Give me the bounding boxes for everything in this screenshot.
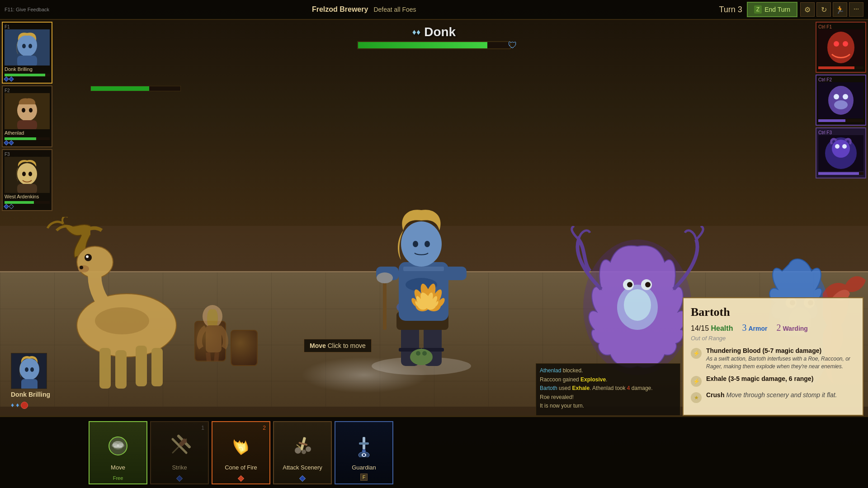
enemy-bartoth-health	[818, 172, 863, 175]
mana-dot-w2	[9, 204, 14, 209]
svg-point-31	[425, 241, 430, 247]
ability-thundering-blood: ⚡ Thundering Blood (5-7 magic damage) As…	[691, 347, 855, 371]
settings-icon-btn[interactable]: ⚙	[800, 2, 815, 17]
action-strike[interactable]: 1 Strike	[150, 421, 209, 484]
crush-icon: ★	[691, 392, 702, 403]
action-attack-scenery[interactable]: Attack Scenery	[273, 421, 332, 484]
log-entry-5: It is now your turn.	[540, 403, 676, 410]
npc-character	[194, 298, 231, 361]
svg-point-68	[834, 94, 839, 99]
exhale-icon: ⚡	[691, 376, 702, 387]
portrait-west-health	[5, 201, 50, 204]
more-icon-btn[interactable]: ···	[849, 2, 863, 17]
enemy-2-health	[818, 119, 863, 122]
refresh-icon-btn[interactable]: ↻	[816, 2, 831, 17]
move-tooltip: Move Click to move	[304, 339, 372, 352]
log-entry-2: Raccoon gained Explosive.	[540, 376, 676, 384]
attack-scenery-icon	[291, 435, 314, 461]
portrait-athenlad-art	[5, 93, 50, 129]
log-entry-4: Roe revealed!	[540, 394, 676, 401]
svg-point-77	[19, 358, 39, 380]
svg-point-50	[28, 44, 32, 48]
bottom-diamond-2: ♦	[16, 402, 19, 409]
svg-rect-33	[444, 267, 467, 280]
attack-scenery-label: Attack Scenery	[283, 464, 322, 471]
portrait-enemy-2[interactable]: Ctrl F2	[816, 75, 866, 126]
portrait-west[interactable]: F3 West Ardenkins	[2, 149, 52, 211]
svg-rect-9	[151, 348, 163, 386]
bottom-diamond-1: ♦	[11, 402, 14, 409]
svg-point-60	[28, 172, 32, 176]
move-cost: Free	[113, 475, 123, 481]
action-guardian[interactable]: Guardian F	[335, 421, 393, 484]
secondary-health-bar	[90, 86, 181, 91]
active-char-name: Donk	[424, 25, 456, 39]
info-panel: Bartoth 14/15 Health 3 Armor 2 Warding O…	[683, 297, 863, 416]
svg-point-35	[377, 272, 393, 283]
attack-scenery-cost	[300, 476, 305, 481]
svg-point-85	[113, 445, 123, 450]
move-tooltip-label: Move	[310, 342, 326, 349]
barrel-right	[231, 330, 258, 366]
enemy-2-key: Ctrl F2	[818, 77, 863, 82]
svg-rect-34	[383, 276, 387, 330]
svg-point-10	[95, 307, 149, 334]
strike-cost-diamond	[176, 475, 183, 481]
svg-point-49	[22, 44, 26, 48]
mana-dot-a2	[9, 140, 14, 145]
guardian-cost: F	[360, 474, 368, 481]
svg-point-4	[80, 266, 83, 269]
end-turn-label: End Turn	[764, 6, 790, 13]
shield-icon: 🛡	[508, 40, 517, 51]
thundering-blood-icon: ⚡	[691, 348, 702, 359]
svg-point-38	[422, 351, 427, 356]
end-turn-key: Z	[754, 5, 762, 14]
main-character-donk	[358, 185, 485, 375]
diamond-left-icon: ♦♦	[412, 28, 420, 37]
cone-cost-diamond	[238, 475, 244, 481]
portrait-west-mana	[5, 205, 50, 208]
crush-name: Crush Move through scenery and stomp it …	[706, 391, 855, 399]
portrait-enemy-bartoth[interactable]: Ctrl F3	[816, 127, 866, 178]
svg-point-78	[25, 367, 28, 372]
red-circle-indicator	[21, 402, 28, 409]
info-panel-title: Bartoth	[691, 305, 855, 319]
action-move[interactable]: Move Free	[89, 421, 147, 484]
portrait-enemy-1[interactable]: Ctrl F1	[816, 22, 866, 73]
portrait-donk-health	[5, 74, 50, 76]
svg-rect-27	[403, 267, 444, 271]
log-entry-1: Athenlad blocked.	[540, 367, 676, 375]
combat-log: Athenlad blocked. Raccoon gained Explosi…	[536, 363, 680, 416]
strike-number: 1	[201, 425, 204, 431]
end-turn-button[interactable]: Z End Turn	[747, 2, 797, 17]
ability-crush-text: Crush Move through scenery and stomp it …	[706, 391, 855, 399]
svg-rect-80	[21, 379, 38, 389]
run-icon-btn[interactable]: 🏃	[833, 2, 847, 17]
bottom-char-resources: ♦ ♦	[11, 402, 28, 409]
hud-icon-group: ⚙ ↻ 🏃 ···	[800, 2, 863, 17]
enemy-bartoth-key: Ctrl F3	[818, 130, 863, 135]
svg-point-54	[22, 108, 25, 113]
info-stats: 14/15 Health 3 Armor 2 Warding	[691, 323, 855, 333]
guardian-icon	[353, 435, 375, 461]
cone-of-fire-label: Cone of Fire	[225, 464, 257, 471]
move-icon	[107, 435, 129, 461]
svg-point-92	[295, 447, 301, 454]
left-panel: F1 Donk Brilling F2	[0, 20, 54, 213]
ability-exhale-text: Exhale (3-5 magic damage, 6 range)	[706, 375, 855, 382]
svg-point-55	[29, 108, 33, 113]
svg-point-3	[78, 265, 89, 272]
exhale-name: Exhale (3-5 magic damage, 6 range)	[706, 375, 855, 382]
svg-point-18	[645, 282, 651, 287]
log-highlight-2: Explosive	[580, 376, 606, 383]
svg-point-2	[86, 255, 89, 258]
action-cone-of-fire[interactable]: 2 Cone of Fire	[212, 421, 270, 484]
armor-value: 3	[742, 323, 746, 333]
thundering-blood-desc: As a swift action, Bartoth interfuses wi…	[706, 355, 855, 371]
enemy-bartoth-art	[818, 135, 863, 171]
portrait-athenlad[interactable]: F2 Athenlad	[2, 85, 52, 147]
mission-subtitle: Defeat all Foes	[373, 6, 416, 13]
svg-point-36	[410, 349, 433, 365]
log-name-1: Athenlad	[540, 367, 561, 374]
portrait-donk[interactable]: F1 Donk Brilling	[2, 22, 52, 84]
